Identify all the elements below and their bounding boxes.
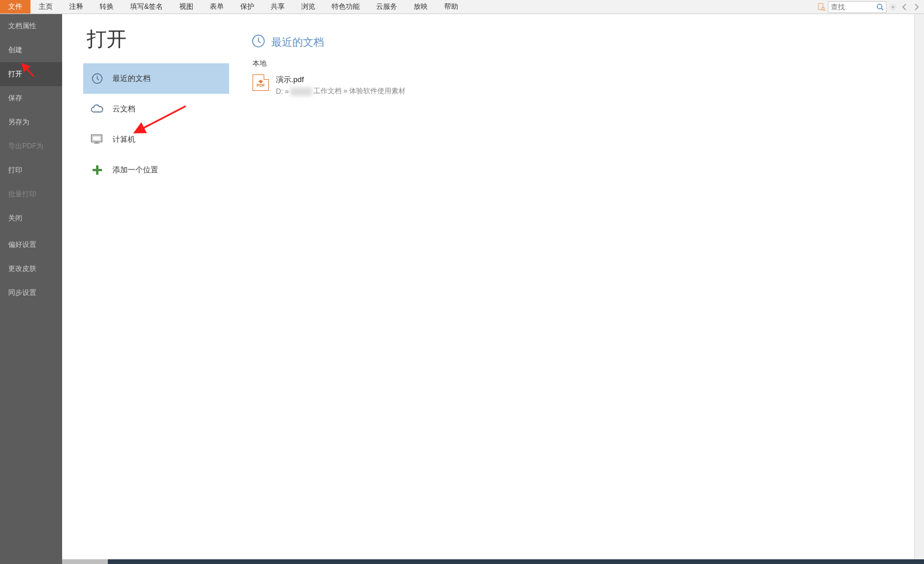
sidebar-item-save[interactable]: 保存 — [0, 86, 62, 110]
svg-rect-12 — [93, 169, 102, 171]
sidebar-item-preferences[interactable]: 偏好设置 — [0, 233, 62, 257]
nav-back-icon[interactable] — [899, 2, 910, 12]
computer-icon — [90, 132, 104, 147]
svg-line-4 — [881, 8, 883, 10]
recent-header-title: 最近的文档 — [271, 35, 324, 49]
settings-gear-icon[interactable] — [888, 2, 898, 12]
search-box — [828, 1, 887, 13]
menu-help[interactable]: 帮助 — [436, 0, 466, 13]
recent-file-item[interactable]: PDF 演示.pdf D: » ████ 工作文档 » 体验软件使用素材 — [251, 72, 912, 98]
clock-icon — [90, 72, 104, 86]
menu-present[interactable]: 放映 — [405, 0, 436, 13]
location-recent[interactable]: 最近的文档 — [83, 63, 229, 94]
svg-point-3 — [877, 4, 882, 9]
location-label: 计算机 — [112, 134, 135, 145]
pdf-file-icon: PDF — [253, 74, 269, 91]
location-cloud[interactable]: 云文档 — [83, 94, 229, 124]
menu-protect[interactable]: 保护 — [232, 0, 262, 13]
location-computer[interactable]: 计算机 — [83, 124, 229, 155]
search-input[interactable] — [828, 3, 874, 11]
file-path: D: » ████ 工作文档 » 体验软件使用素材 — [276, 86, 405, 96]
cloud-icon — [90, 102, 104, 116]
menu-form[interactable]: 表单 — [202, 0, 232, 13]
svg-point-5 — [892, 6, 894, 8]
svg-rect-0 — [819, 3, 823, 9]
sidebar-item-sync[interactable]: 同步设置 — [0, 281, 62, 305]
menu-view[interactable]: 视图 — [171, 0, 202, 13]
sidebar-item-properties[interactable]: 文档属性 — [0, 14, 62, 38]
svg-rect-9 — [95, 142, 98, 143]
location-add[interactable]: 添加一个位置 — [83, 155, 229, 185]
section-local-label: 本地 — [253, 59, 912, 69]
svg-rect-8 — [93, 136, 101, 141]
sidebar-item-close[interactable]: 关闭 — [0, 206, 62, 230]
vertical-scrollbar[interactable] — [914, 14, 924, 559]
menu-file[interactable]: 文件 — [0, 0, 30, 13]
menubar-right — [816, 0, 922, 13]
sidebar-item-skin[interactable]: 更改皮肤 — [0, 257, 62, 281]
sidebar-item-export[interactable]: 导出PDF为 — [0, 134, 62, 158]
status-bar — [62, 559, 924, 564]
recent-panel: 最近的文档 本地 PDF 演示.pdf D: » ████ 工作文档 » 体验软… — [235, 14, 924, 564]
file-sidebar: 文档属性 创建 打开 保存 另存为 导出PDF为 打印 批量打印 关闭 偏好设置… — [0, 14, 62, 564]
recent-header: 最近的文档 — [251, 34, 912, 50]
menu-share[interactable]: 共享 — [262, 0, 293, 13]
sidebar-item-print[interactable]: 打印 — [0, 158, 62, 182]
menu-bar: 文件 主页 注释 转换 填写&签名 视图 表单 保护 共享 浏览 特色功能 云服… — [0, 0, 924, 14]
svg-line-2 — [824, 9, 825, 11]
file-name: 演示.pdf — [276, 74, 405, 85]
location-label: 最近的文档 — [112, 73, 151, 84]
menu-home[interactable]: 主页 — [30, 0, 61, 13]
search-button[interactable] — [874, 2, 886, 12]
sidebar-item-save-as[interactable]: 另存为 — [0, 110, 62, 134]
menu-features[interactable]: 特色功能 — [323, 0, 368, 13]
plus-icon — [90, 163, 104, 177]
menu-cloud[interactable]: 云服务 — [368, 0, 405, 13]
menu-annotate[interactable]: 注释 — [61, 0, 91, 13]
open-locations-panel: 打开 最近的文档 云文档 计算机 添加一个位置 — [62, 14, 235, 564]
clock-icon — [251, 34, 265, 50]
find-doc-icon[interactable] — [816, 2, 827, 12]
menu-fill-sign[interactable]: 填写&签名 — [122, 0, 171, 13]
location-label: 添加一个位置 — [112, 165, 158, 175]
location-label: 云文档 — [112, 104, 135, 114]
nav-forward-icon[interactable] — [911, 2, 922, 12]
sidebar-item-create[interactable]: 创建 — [0, 38, 62, 62]
sidebar-item-open[interactable]: 打开 — [0, 62, 62, 86]
menu-browse[interactable]: 浏览 — [293, 0, 323, 13]
svg-rect-10 — [94, 143, 100, 144]
open-title: 打开 — [87, 26, 229, 53]
sidebar-item-batch-print[interactable]: 批量打印 — [0, 182, 62, 206]
menu-convert[interactable]: 转换 — [91, 0, 122, 13]
